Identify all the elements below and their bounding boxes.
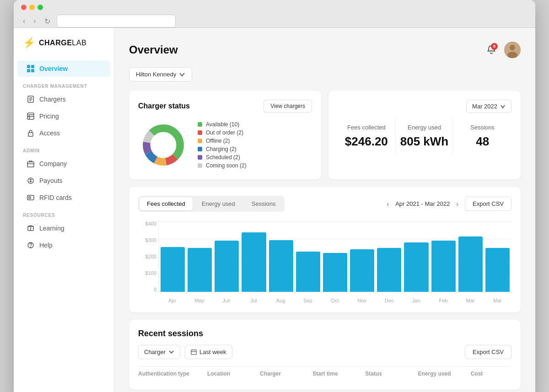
sidebar-item-access[interactable]: Access (17, 125, 110, 141)
sessions-title: Recent sessions (138, 329, 511, 338)
export-csv-button[interactable]: Export CSV (465, 197, 511, 211)
sidebar-logo: ⚡ CHARGELAB (14, 37, 114, 60)
chart-x-label: Jul (242, 298, 266, 303)
chart-bar-group (485, 221, 510, 292)
available-label: Available (10) (206, 121, 239, 128)
chart-next-button[interactable]: › (454, 199, 460, 209)
tab-sessions[interactable]: Sessions (244, 197, 283, 210)
user-avatar[interactable] (504, 42, 521, 58)
close-dot[interactable] (21, 5, 27, 10)
minimize-dot[interactable] (29, 5, 35, 10)
col-location: Location (207, 371, 256, 377)
sidebar-item-label-rfid: RFID cards (39, 194, 72, 201)
chart-bar-group (458, 221, 483, 292)
charger-status-header: Charger status View chargers (138, 100, 312, 113)
address-bar[interactable] (57, 15, 176, 27)
sidebar-item-learning[interactable]: Learning (17, 220, 110, 236)
chart-x-label: Mar (485, 298, 510, 303)
browser-chrome: ‹ › ↻ (14, 0, 535, 28)
legend-out-of-order: Out of order (2) (198, 129, 247, 136)
learning-icon (27, 224, 35, 232)
sessions-export-csv-button[interactable]: Export CSV (465, 345, 511, 359)
location-selector[interactable]: Hilton Kennedy (129, 67, 192, 81)
sidebar-item-payouts[interactable]: Payouts (17, 172, 110, 189)
scheduled-label: Scheduled (2) (206, 154, 240, 161)
maximize-dot[interactable] (38, 5, 43, 10)
charger-management-section: CHARGER MANAGEMENT (14, 77, 114, 91)
cards-row: Charger status View chargers (129, 91, 521, 179)
chart-x-label: Dec (377, 298, 401, 303)
sidebar-item-pricing[interactable]: Pricing (17, 108, 110, 124)
chart-bar-group (296, 221, 320, 292)
header-actions: 8 (485, 42, 521, 58)
metric-fees: Fees collected $246.20 (338, 118, 396, 154)
chargelab-logo-text: CHARGELAB (39, 39, 86, 47)
donut-chart (138, 120, 188, 170)
svg-rect-12 (28, 133, 33, 136)
sessions-filters: Charger Last week Export CSV (138, 345, 511, 359)
chart-bar[interactable] (350, 249, 374, 292)
sidebar-item-rfid[interactable]: RFID cards (17, 189, 110, 206)
chart-bar[interactable] (485, 248, 510, 292)
charging-label: Charging (2) (206, 146, 237, 152)
payouts-icon (27, 177, 35, 185)
chart-x-label: Feb (431, 298, 455, 303)
charger-status-card: Charger status View chargers (129, 91, 321, 179)
chart-bar[interactable] (323, 253, 347, 292)
chart-bar[interactable] (296, 252, 320, 292)
charger-status-body: Available (10) Out of order (2) Offline … (138, 120, 312, 170)
chart-bar-group (242, 221, 266, 292)
refresh-button[interactable]: ↻ (43, 16, 52, 27)
month-selector[interactable]: Mar 2022 (466, 100, 511, 113)
svg-point-33 (151, 133, 176, 158)
chargers-icon (27, 95, 35, 103)
stats-metrics: Fees collected $246.20 Energy used 805 k… (338, 118, 511, 154)
chart-bar[interactable] (269, 240, 293, 292)
chart-bar[interactable] (242, 232, 266, 292)
chart-bar[interactable] (161, 247, 185, 292)
date-filter-button[interactable]: Last week (185, 345, 232, 359)
out-of-order-label: Out of order (2) (206, 129, 243, 136)
chart-prev-button[interactable]: ‹ (385, 199, 391, 209)
chart-bar-group (215, 221, 239, 292)
chart-bar-group (323, 221, 347, 292)
chart-bar-group (161, 221, 185, 292)
sidebar-item-chargers[interactable]: Chargers (17, 91, 110, 107)
chart-x-label: May (187, 298, 211, 303)
tab-energy-used[interactable]: Energy used (194, 197, 242, 210)
browser-window: ‹ › ↻ ⚡ CHARGELAB Overview CHARGER MANAG… (14, 0, 535, 392)
col-cost: Cost (471, 371, 511, 377)
chart-header: Fees collected Energy used Sessions ‹ Ap… (138, 196, 511, 212)
rfid-icon (27, 193, 35, 202)
chart-x-label: Jun (214, 298, 238, 303)
sidebar-item-company[interactable]: Company (17, 156, 110, 172)
col-charger: Charger (260, 371, 309, 377)
tab-fees-collected[interactable]: Fees collected (140, 197, 193, 210)
recent-sessions-card: Recent sessions Charger Last week (129, 320, 521, 390)
sessions-table-header: Authentication type Location Charger Sta… (138, 366, 511, 381)
svg-rect-8 (27, 113, 34, 119)
notifications-button[interactable]: 8 (485, 43, 498, 57)
sidebar-item-label-payouts: Payouts (39, 177, 63, 184)
chart-bar[interactable] (458, 236, 483, 292)
charger-status-title: Charger status (138, 102, 190, 110)
browser-toolbar: ‹ › ↻ (21, 15, 528, 27)
chart-area: $400 $300 $200 $100 0 AprMayJunJulAugSep… (138, 221, 511, 303)
svg-rect-1 (31, 65, 34, 68)
chart-bar[interactable] (188, 248, 212, 292)
sidebar-item-help[interactable]: Help (17, 237, 110, 253)
help-icon (27, 241, 35, 249)
view-chargers-button[interactable]: View chargers (264, 100, 312, 113)
charger-filter-button[interactable]: Charger (138, 345, 180, 359)
forward-button[interactable]: › (32, 16, 38, 26)
chart-bar[interactable] (215, 241, 239, 292)
chart-bar[interactable] (377, 248, 401, 292)
sessions-value: 48 (458, 134, 507, 149)
chart-x-label: Apr (160, 298, 184, 303)
sidebar-item-overview[interactable]: Overview (17, 60, 110, 77)
chart-bar[interactable] (404, 242, 428, 292)
chart-bar[interactable] (431, 241, 456, 292)
access-icon (27, 129, 35, 137)
sidebar-item-label-help: Help (39, 242, 53, 249)
back-button[interactable]: ‹ (21, 16, 27, 26)
